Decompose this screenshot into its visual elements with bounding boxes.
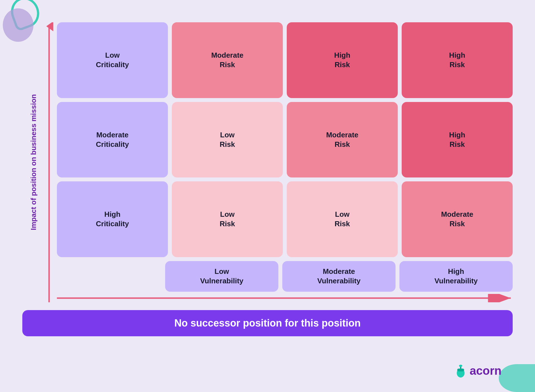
criticality-cell-1: ModerateCriticality xyxy=(57,102,168,178)
risk-cell-0-1: HighRisk xyxy=(287,22,398,98)
y-axis-arrow xyxy=(45,22,53,302)
risk-cell-1-2: HighRisk xyxy=(402,102,513,178)
criticality-cell-2: HighCriticality xyxy=(57,181,168,257)
risk-cell-2-0: LowRisk xyxy=(172,181,283,257)
acorn-brand: acorn xyxy=(454,364,502,378)
acorn-icon xyxy=(454,364,467,378)
grid-row-0: LowCriticalityModerateRiskHighRiskHighRi… xyxy=(57,22,513,98)
risk-cell-2-1: LowRisk xyxy=(287,181,398,257)
risk-cell-0-2: HighRisk xyxy=(402,22,513,98)
svg-point-7 xyxy=(459,365,462,367)
grid-row-2: HighCriticalityLowRiskLowRiskModerateRis… xyxy=(57,181,513,257)
y-axis-label: Impact of position on business mission xyxy=(29,94,38,230)
risk-cell-1-1: ModerateRisk xyxy=(287,102,398,178)
vulnerability-cell-1: ModerateVulnerability xyxy=(282,261,396,292)
bottom-banner-text: No successor position for this position xyxy=(174,317,361,329)
risk-cell-0-0: ModerateRisk xyxy=(172,22,283,98)
vulnerability-cell-2: HighVulnerability xyxy=(399,261,513,292)
grid-row-1: ModerateCriticalityLowRiskModerateRiskHi… xyxy=(57,102,513,178)
x-axis-arrow xyxy=(57,294,513,302)
bottom-banner: No successor position for this position xyxy=(22,310,513,336)
blob-teal-bottom-right xyxy=(499,364,535,392)
brand-name: acorn xyxy=(470,364,502,378)
risk-cell-1-0: LowRisk xyxy=(172,102,283,178)
risk-cell-2-2: ModerateRisk xyxy=(402,181,513,257)
vulnerability-cell-0: LowVulnerability xyxy=(165,261,278,292)
criticality-cell-0: LowCriticality xyxy=(57,22,168,98)
